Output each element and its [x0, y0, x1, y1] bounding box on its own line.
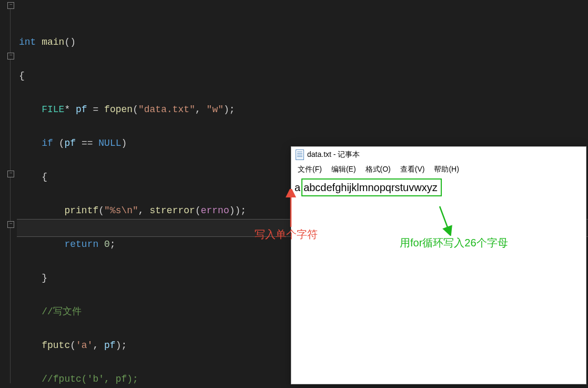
notepad-text-loop: abcdefghijklmnopqrstuvwxyz: [303, 182, 438, 193]
notepad-icon: [296, 150, 304, 160]
fold-icon[interactable]: −: [7, 2, 14, 9]
notepad-titlebar[interactable]: data.txt - 记事本: [291, 147, 586, 163]
notepad-title: data.txt - 记事本: [307, 150, 360, 160]
notepad-window[interactable]: data.txt - 记事本 文件(F) 编辑(E) 格式(O) 查看(V) 帮…: [291, 146, 586, 384]
fold-gutter: − − − −: [0, 0, 17, 388]
fold-icon[interactable]: −: [7, 53, 14, 59]
notepad-text-leading: a: [295, 182, 300, 193]
menu-view[interactable]: 查看(V): [398, 164, 427, 175]
fold-icon[interactable]: −: [7, 221, 14, 228]
fold-icon[interactable]: −: [7, 171, 14, 177]
notepad-menubar[interactable]: 文件(F) 编辑(E) 格式(O) 查看(V) 帮助(H): [291, 163, 586, 176]
menu-file[interactable]: 文件(F): [296, 164, 324, 175]
menu-edit[interactable]: 编辑(E): [329, 164, 358, 175]
notepad-content[interactable]: aabcdefghijklmnopqrstuvwxyz: [291, 176, 586, 198]
menu-help[interactable]: 帮助(H): [432, 164, 461, 175]
highlight-green-box: abcdefghijklmnopqrstuvwxyz: [301, 178, 442, 196]
menu-format[interactable]: 格式(O): [363, 164, 393, 175]
